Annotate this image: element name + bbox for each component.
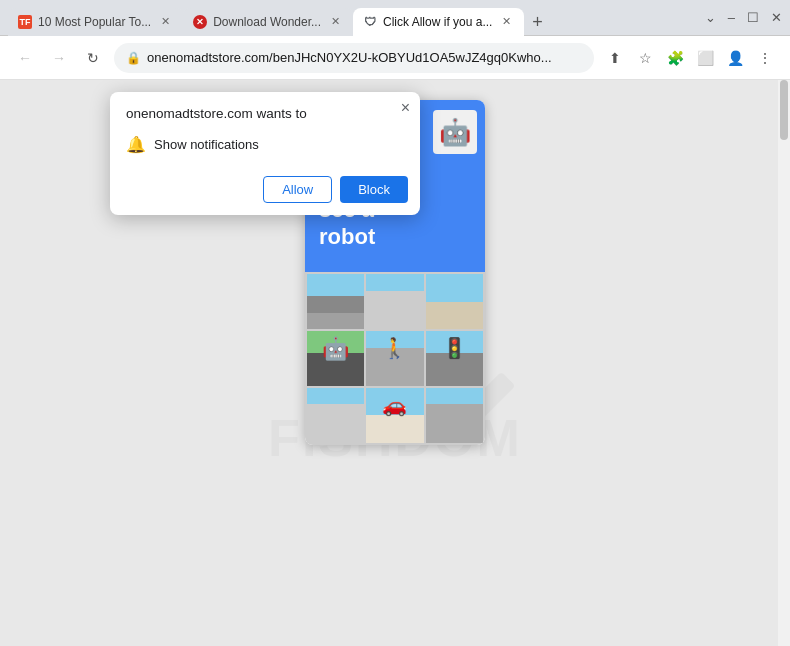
captcha-cell-7[interactable] (307, 388, 364, 443)
tab-1[interactable]: TF 10 Most Popular To... ✕ (8, 8, 183, 36)
tab3-favicon: 🛡 (363, 15, 377, 29)
notif-permission-label: Show notifications (154, 137, 259, 152)
tab1-favicon: TF (18, 15, 32, 29)
chevron-down-icon[interactable]: ⌄ (705, 10, 716, 25)
allow-button[interactable]: Allow (263, 176, 332, 203)
captcha-line5: robot (319, 224, 375, 249)
tab-3[interactable]: 🛡 Click Allow if you a... ✕ (353, 8, 524, 36)
page-content: FISHDOM Click "Allow" if you see a robot… (0, 80, 790, 646)
captcha-grid[interactable]: 🤖 🚶 🚦 🚗 (305, 272, 485, 445)
close-button[interactable]: ✕ (771, 10, 782, 25)
captcha-cell-1[interactable] (307, 274, 364, 329)
extension-icon[interactable]: 🧩 (662, 45, 688, 71)
block-button[interactable]: Block (340, 176, 408, 203)
toolbar-icons: ⬆ ☆ 🧩 ⬜ 👤 ⋮ (602, 45, 778, 71)
scrollbar-thumb[interactable] (780, 80, 788, 140)
menu-icon[interactable]: ⋮ (752, 45, 778, 71)
tab3-title: Click Allow if you a... (383, 15, 492, 29)
captcha-cell-2[interactable] (366, 274, 423, 329)
lock-icon: 🔒 (126, 51, 141, 65)
tab1-close[interactable]: ✕ (157, 14, 173, 30)
reload-button[interactable]: ↻ (80, 45, 106, 71)
notification-popup: × onenomadtstore.com wants to 🔔 Show not… (110, 92, 420, 215)
tab2-favicon: ✕ (193, 15, 207, 29)
captcha-cell-3[interactable] (426, 274, 483, 329)
tab1-title: 10 Most Popular To... (38, 15, 151, 29)
notif-header: onenomadtstore.com wants to 🔔 Show notif… (110, 92, 420, 168)
captcha-cell-9[interactable] (426, 388, 483, 443)
address-bar: ← → ↻ 🔒 onenomadtstore.com/benJHcN0YX2U-… (0, 36, 790, 80)
url-text: onenomadtstore.com/benJHcN0YX2U-kOBYUd1O… (147, 50, 582, 65)
tab2-title: Download Wonder... (213, 15, 321, 29)
tab2-close[interactable]: ✕ (327, 14, 343, 30)
window-controls: ⌄ – ☐ ✕ (705, 10, 782, 25)
notif-buttons: Allow Block (110, 168, 420, 215)
tab3-close[interactable]: ✕ (498, 14, 514, 30)
minimize-button[interactable]: – (728, 10, 735, 25)
close-popup-button[interactable]: × (401, 100, 410, 116)
scrollbar[interactable] (778, 80, 790, 646)
tabs-row: TF 10 Most Popular To... ✕ ✕ Download Wo… (8, 0, 550, 36)
bookmark-icon[interactable]: ☆ (632, 45, 658, 71)
back-button[interactable]: ← (12, 45, 38, 71)
new-tab-button[interactable]: + (524, 10, 550, 36)
forward-button[interactable]: → (46, 45, 72, 71)
notif-title: onenomadtstore.com wants to (126, 106, 404, 121)
tab-2[interactable]: ✕ Download Wonder... ✕ (183, 8, 353, 36)
notif-permission-row: 🔔 Show notifications (126, 131, 404, 158)
url-bar[interactable]: 🔒 onenomadtstore.com/benJHcN0YX2U-kOBYUd… (114, 43, 594, 73)
captcha-cell-5[interactable]: 🚶 (366, 331, 423, 386)
title-bar: TF 10 Most Popular To... ✕ ✕ Download Wo… (0, 0, 790, 36)
share-icon[interactable]: ⬆ (602, 45, 628, 71)
sidebar-icon[interactable]: ⬜ (692, 45, 718, 71)
profile-icon[interactable]: 👤 (722, 45, 748, 71)
captcha-cell-8[interactable]: 🚗 (366, 388, 423, 443)
maximize-button[interactable]: ☐ (747, 10, 759, 25)
captcha-cell-6[interactable]: 🚦 (426, 331, 483, 386)
captcha-cell-4[interactable]: 🤖 (307, 331, 364, 386)
robot-icon: 🤖 (433, 110, 477, 154)
bell-icon: 🔔 (126, 135, 146, 154)
